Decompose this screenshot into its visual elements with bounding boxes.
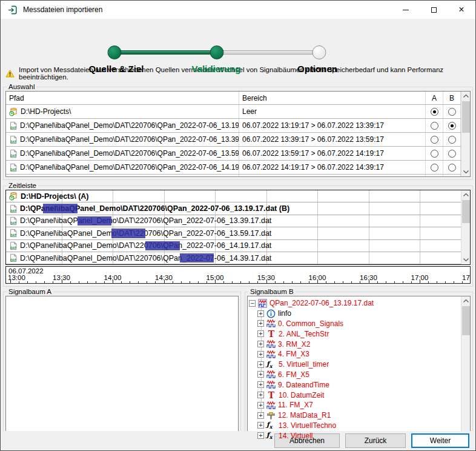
scroll-up-icon[interactable] xyxy=(461,92,471,101)
radio-b[interactable] xyxy=(448,136,456,144)
path-text: D:\QPanel\ibaQPanel_Demo\DAT\220706\QPan… xyxy=(20,149,239,158)
table-row[interactable]: D:\HD-Projects\Leer xyxy=(6,105,470,119)
expander-plus-icon[interactable]: + xyxy=(257,341,264,347)
scrollbar-thumb[interactable] xyxy=(462,101,470,133)
minimize-button[interactable] xyxy=(392,1,420,19)
radio-b[interactable] xyxy=(448,108,456,116)
tree-item[interactable]: +9. DateandTime xyxy=(249,379,461,390)
zeitleiste-row[interactable]: D:\HD-Projects\ (A) xyxy=(6,190,461,202)
tree-item[interactable]: +ƒx13. VirtuellTechno xyxy=(249,421,461,431)
expander-plus-icon[interactable]: + xyxy=(257,422,264,429)
dat-file-icon: DAT xyxy=(9,216,18,226)
scroll-up-icon[interactable] xyxy=(461,296,471,306)
close-icon: × xyxy=(458,7,464,13)
timeline-minor-tick xyxy=(173,281,173,283)
tree-item[interactable]: +12. MatData_R1 xyxy=(249,410,461,421)
radio-b[interactable] xyxy=(448,150,456,158)
auswahl-scrollbar[interactable] xyxy=(461,92,470,176)
close-button[interactable]: × xyxy=(448,1,475,19)
radio-a[interactable] xyxy=(431,164,438,172)
tree-item[interactable]: +3. RM_X2 xyxy=(249,339,461,349)
expander-plus-icon[interactable]: + xyxy=(257,402,264,409)
table-row[interactable]: DATD:\QPanel\ibaQPanel_Demo\DAT\220706\Q… xyxy=(6,161,470,175)
expander-plus-icon[interactable]: + xyxy=(257,361,264,368)
expander-minus-icon[interactable]: − xyxy=(249,300,256,307)
expander-plus-icon[interactable]: + xyxy=(257,412,264,419)
table-row[interactable]: DAT xyxy=(6,175,470,177)
timeline-major-tick xyxy=(369,280,369,283)
tree-item-label: 0. Common_Signals xyxy=(278,319,343,328)
timeline-minor-tick xyxy=(96,281,96,283)
scrollbar-thumb[interactable] xyxy=(462,306,470,335)
scrollbar-thumb[interactable] xyxy=(462,200,470,223)
expander-plus-icon[interactable]: + xyxy=(257,371,264,378)
radio-b[interactable] xyxy=(448,164,456,172)
timeline-major-tick xyxy=(266,280,267,283)
scroll-down-icon[interactable] xyxy=(461,255,471,264)
tree-item[interactable]: +4. FM_X3 xyxy=(249,349,461,359)
time-range-bar xyxy=(43,204,77,213)
zeitleiste-row[interactable]: DATD:\QPanel\ibaQPanel_Demo\DAT\220706\Q… xyxy=(6,240,461,252)
zeitleiste-row[interactable]: DATD:\QPanel\ibaQPanel_Demo\DAT\220706\Q… xyxy=(6,227,461,239)
column-header-b[interactable]: B xyxy=(443,92,461,104)
timeline-minor-tick xyxy=(27,281,28,283)
maximize-button[interactable] xyxy=(420,1,448,19)
timeline-major-tick xyxy=(113,280,113,283)
timeline-minor-tick xyxy=(386,281,386,283)
expander-plus-icon[interactable]: + xyxy=(257,320,264,327)
signalbaum-b-scrollbar[interactable] xyxy=(461,296,470,439)
svg-text:DAT: DAT xyxy=(10,259,16,262)
tree-item[interactable]: +T10. DatumZeit xyxy=(249,390,461,400)
column-header-pfad[interactable]: Pfad xyxy=(6,92,239,104)
tree-item[interactable]: +ƒx5. Virtuell_timer xyxy=(249,359,461,370)
timeline-minor-tick xyxy=(394,281,395,283)
scroll-up-icon[interactable] xyxy=(461,190,471,199)
zeitleiste-row-text: D:\QPanel\ibaQPanel_Demo\DAT\220706\QPan… xyxy=(20,254,271,262)
table-row[interactable]: DATD:\QPanel\ibaQPanel_Demo\DAT\220706\Q… xyxy=(6,133,470,147)
zeitleiste-row[interactable]: DATD:\QPanel\ibaQPanel_Demo\DAT\220706\Q… xyxy=(6,215,461,227)
path-text: D:\QPanel\ibaQPanel_Demo\DAT\220706\QPan… xyxy=(20,121,239,130)
tree-item[interactable]: +ƒx14. Virtuell xyxy=(249,430,461,439)
expander-plus-icon[interactable]: + xyxy=(257,330,264,337)
column-header-bereich[interactable]: Bereich xyxy=(239,92,426,104)
zeitleiste-row[interactable]: DATD:\QPanel\ibaQPanel_Demo\DAT\220706\Q… xyxy=(6,202,461,215)
scroll-down-icon[interactable] xyxy=(461,167,471,176)
hd-store-icon xyxy=(9,107,18,116)
signalbaum-a-label: Signalbaum A xyxy=(7,288,53,295)
timeline-minor-tick xyxy=(70,281,71,283)
radio-a[interactable] xyxy=(431,122,438,130)
tree-item[interactable]: +T2. ANL_TechStr xyxy=(249,329,461,339)
radio-a[interactable] xyxy=(431,108,438,116)
zeitleiste-scrollbar[interactable] xyxy=(461,190,470,264)
expander-plus-icon[interactable]: + xyxy=(257,381,264,388)
radio-a[interactable] xyxy=(431,136,438,144)
expander-plus-icon[interactable]: + xyxy=(257,310,264,317)
step-node-validierung xyxy=(210,45,224,59)
tree-item[interactable]: +linfo xyxy=(249,309,461,319)
radio-a[interactable] xyxy=(431,150,438,158)
dat-file-icon: DAT xyxy=(9,177,18,178)
column-header-a[interactable]: A xyxy=(426,92,443,104)
tree-item[interactable]: −QPan_2022-07-06_13.19.17.dat xyxy=(249,298,461,309)
timeline-minor-tick xyxy=(19,281,19,283)
radio-b[interactable] xyxy=(448,122,456,130)
step-node-quelle-ziel xyxy=(108,45,122,59)
timeline-minor-tick xyxy=(138,281,139,283)
zeitleiste-row[interactable]: DATD:\QPanel\ibaQPanel_Demo\DAT\220706\Q… xyxy=(6,252,461,264)
zeitleiste-row-text: D:\QPanel\ibaQPanel_Demo\DAT\220706\QPan… xyxy=(20,216,271,225)
timeline-minor-tick xyxy=(454,281,454,283)
expander-plus-icon[interactable]: + xyxy=(257,392,264,398)
table-row[interactable]: DATD:\QPanel\ibaQPanel_Demo\DAT\220706\Q… xyxy=(6,147,470,161)
time-range-bar xyxy=(78,216,111,226)
expander-plus-icon[interactable]: + xyxy=(257,432,264,439)
table-row[interactable]: DATD:\QPanel\ibaQPanel_Demo\DAT\220706\Q… xyxy=(6,119,470,133)
svg-text:DAT: DAT xyxy=(10,126,16,129)
tree-item[interactable]: +0. Common_Signals xyxy=(249,319,461,329)
tree-item[interactable]: +6. FM_X5 xyxy=(249,370,461,380)
tree-item-label: QPan_2022-07-06_13.19.17.dat xyxy=(269,299,374,307)
signalbaum-b-tree: −QPan_2022-07-06_13.19.17.dat+linfo+0. C… xyxy=(248,296,461,439)
tree-item[interactable]: +11. FM_X7 xyxy=(249,400,461,410)
signalbaum-a-list[interactable] xyxy=(5,296,239,439)
expander-plus-icon[interactable]: + xyxy=(257,351,264,358)
maximize-icon xyxy=(431,7,437,13)
